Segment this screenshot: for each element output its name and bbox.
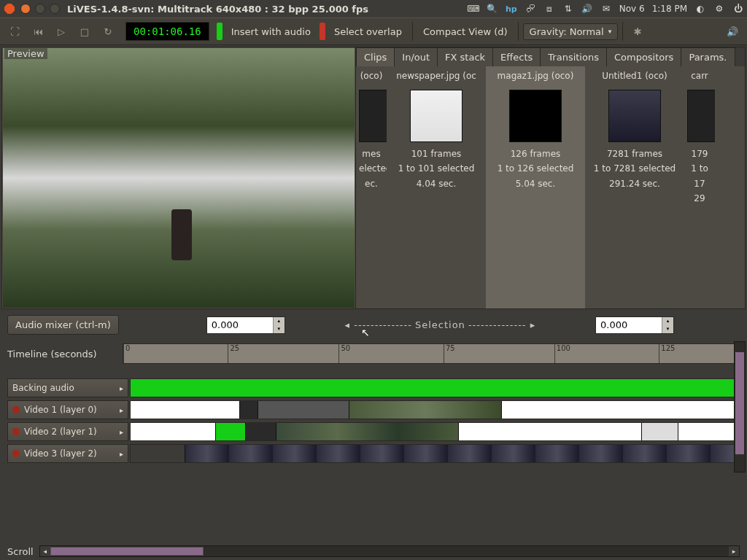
record-icon: [12, 428, 20, 435]
play-button[interactable]: ▷: [51, 22, 71, 41]
track-header-v2[interactable]: Video 2 (layer 1) ▸: [7, 422, 128, 441]
chat-icon[interactable]: 🗪: [525, 3, 536, 15]
selection-end-field[interactable]: [596, 317, 662, 332]
dropbox-icon[interactable]: ⧈: [543, 3, 555, 15]
user-icon[interactable]: ◐: [694, 3, 706, 15]
selection-start-field[interactable]: [207, 317, 273, 332]
scroll-left-button[interactable]: ◂: [40, 546, 50, 556]
clips-pane: Clips In/out FX stack Effects Transition…: [355, 47, 745, 308]
ruler-tick: 0: [123, 344, 130, 363]
network-icon[interactable]: ⇅: [562, 3, 574, 15]
track-header-v3[interactable]: Video 3 (layer 2) ▸: [7, 444, 128, 463]
fullscreen-button[interactable]: ⛶: [4, 22, 25, 41]
tab-compositors[interactable]: Compositors: [606, 47, 681, 66]
clip-thumbnail: [509, 90, 562, 142]
loop-button[interactable]: ↻: [98, 22, 118, 41]
gravity-label: Gravity: Normal: [530, 26, 604, 37]
clip-thumbnail: [410, 90, 462, 142]
compact-view-button[interactable]: Compact View (d): [417, 26, 514, 37]
selection-end-input[interactable]: ▴▾: [595, 316, 674, 334]
clips-tabs: Clips In/out FX stack Effects Transition…: [356, 47, 745, 66]
ruler-tick: 50: [338, 344, 350, 363]
chevron-right-icon: ▸: [120, 428, 123, 436]
clip-thumbnail: [687, 90, 715, 142]
selection-label: Selection: [293, 319, 588, 330]
insert-audio-label[interactable]: Insert with audio: [225, 26, 317, 37]
main-toolbar: ⛶ ⏮ ▷ □ ↻ 00:01:06.16 Insert with audio …: [0, 18, 747, 45]
tab-effects[interactable]: Effects: [492, 47, 541, 66]
timecode-display: 00:01:06.16: [125, 22, 209, 41]
track-backing-audio: Backing audio ▸: [7, 378, 740, 397]
scroll-area: Scroll ◂ ▸: [7, 545, 740, 557]
clip-item[interactable]: (oco) mes elected ec.: [356, 66, 387, 308]
insert-audio-indicator: [217, 23, 222, 40]
spinner-buttons[interactable]: ▴▾: [662, 317, 673, 333]
preview-pane: Preview: [2, 47, 355, 308]
track-header-v1[interactable]: Video 1 (layer 0) ▸: [7, 400, 128, 419]
chevron-right-icon: ▸: [120, 450, 123, 458]
preview-image[interactable]: [3, 48, 355, 308]
ruler-tick: 125: [659, 344, 675, 363]
search-icon[interactable]: 🔍: [487, 3, 498, 15]
selection-start-input[interactable]: ▴▾: [206, 316, 285, 334]
timeline-ruler[interactable]: 0 25 50 75 100 125: [123, 343, 740, 364]
tab-fxstack[interactable]: FX stack: [437, 47, 493, 66]
stop-button[interactable]: □: [74, 22, 95, 41]
clock-time[interactable]: 1:18 PM: [652, 4, 687, 14]
preview-label: Preview: [4, 48, 47, 59]
keyboard-icon[interactable]: ⌨: [468, 3, 479, 15]
window-minimize-button[interactable]: [35, 4, 45, 14]
ruler-tick: 75: [444, 344, 455, 363]
track-body-v2[interactable]: [130, 422, 740, 441]
tab-inout[interactable]: In/out: [394, 47, 438, 66]
tab-params[interactable]: Params.: [681, 47, 735, 66]
scrollbar-thumb[interactable]: [50, 547, 204, 556]
select-overlap-indicator: [320, 23, 325, 40]
ruler-tick: 100: [554, 344, 570, 363]
window-maximize-button[interactable]: [50, 4, 60, 14]
plugin-button[interactable]: ✱: [627, 22, 648, 41]
hp-icon[interactable]: hp: [506, 3, 517, 15]
volume-icon[interactable]: 🔊: [581, 3, 593, 15]
clip-item[interactable]: newspaper.jpg (oc 101 frames 1 to 101 se…: [387, 66, 486, 308]
system-tray: ⌨ 🔍 hp 🗪 ⧈ ⇅ 🔊 ✉ Nov 6 1:18 PM ◐ ⚙ ⏻: [468, 3, 744, 15]
audio-button[interactable]: 🔊: [722, 22, 743, 41]
gravity-dropdown[interactable]: Gravity: Normal ▾: [523, 23, 619, 40]
chevron-right-icon: ▸: [120, 406, 123, 414]
main-split: Preview Clips In/out FX stack Effects Tr…: [1, 47, 746, 309]
chevron-down-icon: ▾: [608, 28, 612, 35]
power-icon[interactable]: ⏻: [732, 3, 744, 15]
clips-list[interactable]: (oco) mes elected ec. newspaper.jpg (oc …: [356, 66, 745, 308]
track-video-2: Video 2 (layer 1) ▸: [7, 422, 740, 441]
track-body-v1[interactable]: [130, 400, 740, 419]
clip-item[interactable]: Untitled1 (oco) 7281 frames 1 to 7281 se…: [585, 66, 684, 308]
select-overlap-label[interactable]: Select overlap: [328, 26, 408, 37]
window-title: LiVES-1.4.8-svn: Multitrack 640x480 : 32…: [67, 4, 368, 15]
clip-item[interactable]: carr 179 1 to 17 29: [684, 66, 715, 308]
clip-item-selected[interactable]: magaz1.jpg (oco) 126 frames 1 to 126 sel…: [486, 66, 585, 308]
tab-transitions[interactable]: Transitions: [540, 47, 607, 66]
spinner-buttons[interactable]: ▴▾: [273, 317, 285, 333]
mid-controls: Audio mixer (ctrl-m) ▴▾ Selection ▴▾: [0, 309, 747, 341]
tab-clips[interactable]: Clips: [356, 47, 395, 66]
clip-thumbnail: [359, 90, 387, 142]
scroll-label: Scroll: [7, 546, 34, 557]
scroll-right-button[interactable]: ▸: [729, 546, 739, 556]
audio-mixer-button[interactable]: Audio mixer (ctrl-m): [7, 315, 119, 335]
rewind-button[interactable]: ⏮: [28, 22, 48, 41]
vertical-scrollbar[interactable]: [734, 341, 746, 472]
record-icon: [12, 406, 20, 413]
track-body-v3[interactable]: [130, 444, 740, 463]
clip-thumbnail: [608, 90, 661, 142]
track-video-1: Video 1 (layer 0) ▸: [7, 400, 740, 419]
horizontal-scrollbar[interactable]: ◂ ▸: [39, 545, 740, 557]
clock-date[interactable]: Nov 6: [619, 4, 645, 14]
timeline-area: Timeline (seconds) 0 25 50 75 100 125 Ba…: [0, 341, 747, 463]
ubuntu-logo-icon[interactable]: [3, 2, 16, 15]
gear-icon[interactable]: ⚙: [713, 3, 725, 15]
window-close-button[interactable]: [20, 4, 31, 14]
track-body-backing[interactable]: [130, 378, 740, 397]
chevron-right-icon: ▸: [120, 384, 123, 392]
track-header-backing[interactable]: Backing audio ▸: [7, 378, 128, 397]
mail-icon[interactable]: ✉: [600, 3, 612, 15]
